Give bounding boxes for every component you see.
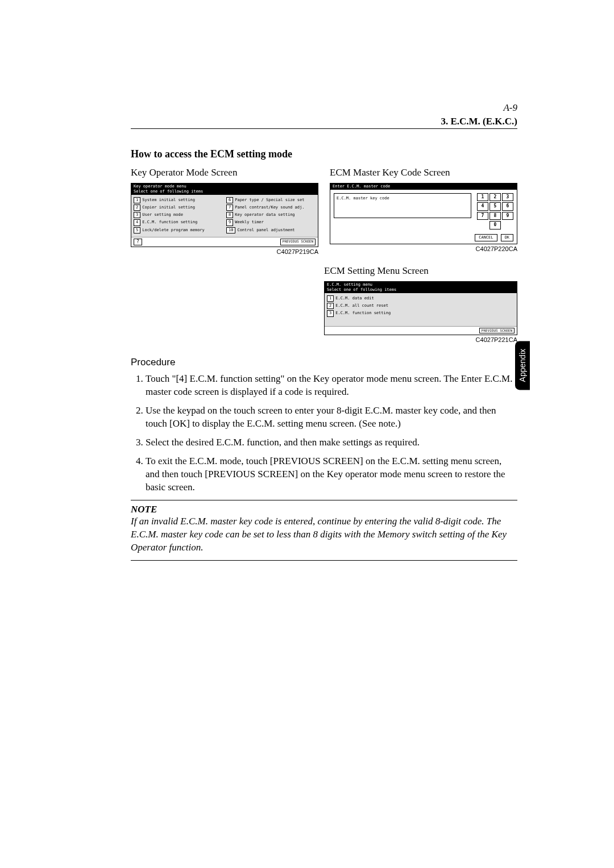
menu-num[interactable]: 2 [134,205,140,211]
menu-text: Lock/delete program memory [142,228,205,233]
key-3[interactable]: 3 [502,193,513,201]
key-operator-label: Key Operator Mode Screen [131,167,318,178]
key-6[interactable]: 6 [502,202,513,210]
cancel-button[interactable]: CANCEL [475,234,497,241]
key-operator-screen: Key operator mode menu Select one of fol… [131,183,318,247]
menu-num[interactable]: 4 [134,219,140,226]
master-key-label: ECM Master Key Code Screen [330,167,517,178]
divider [131,560,517,561]
menu-text: System initial setting [142,198,195,203]
page-heading: How to access the ECM setting mode [131,148,517,160]
menu-text: E.C.M. function setting [335,311,391,316]
menu-text: Panel contrast/Key sound adj. [235,205,304,210]
master-key-screen: Enter E.C.M. master code E.C.M. master k… [330,183,517,244]
key-4[interactable]: 4 [477,202,488,210]
key-8[interactable]: 8 [489,212,501,220]
menu-num[interactable]: 1 [327,295,334,302]
appendix-tab: Appendix [515,341,530,390]
menu-text: Weekly timer [235,220,264,225]
menu-num[interactable]: 9 [226,219,233,226]
menu-text: Copier initial setting [142,205,195,210]
ecm-menu-header: E.C.M. setting menu Select one of follow… [325,282,517,293]
menu-text: Paper type / Special size set [235,198,304,203]
procedure-heading: Procedure [131,357,517,368]
menu-text: E.C.M. all count reset [335,303,388,308]
key-1[interactable]: 1 [477,193,488,201]
procedure-step: To exit the E.C.M. mode, touch [PREVIOUS… [146,455,517,494]
screen-caption: C4027P220CA [330,245,517,252]
procedure-list: Touch "[4] E.C.M. function setting" on t… [131,373,517,494]
procedure-step: Use the keypad on the touch screen to en… [146,404,517,431]
ecm-menu-label: ECM Setting Menu Screen [324,265,517,277]
key-5[interactable]: 5 [489,202,501,210]
previous-screen-button[interactable]: PREVIOUS SCREEN [479,328,515,333]
menu-text: E.C.M. data edit [335,296,374,301]
note-title: NOTE [131,504,517,515]
section-title: 3. E.C.M. (E.K.C.) [131,116,517,129]
master-key-header: Enter E.C.M. master code [330,183,517,190]
ecm-menu-screen: E.C.M. setting menu Select one of follow… [324,281,517,335]
procedure-step: Touch "[4] E.C.M. function setting" on t… [146,373,517,399]
menu-num[interactable]: 1 [134,197,140,203]
menu-text: E.C.M. function setting [142,220,197,225]
menu-text: User setting mode [142,212,183,218]
previous-screen-button[interactable]: PREVIOUS SCREEN [280,239,316,245]
menu-num[interactable]: 7 [226,205,233,211]
menu-num[interactable]: 3 [327,310,334,316]
divider [131,500,517,500]
menu-num[interactable]: 2 [327,303,334,309]
screen-caption: C4027P219CA [131,248,318,255]
keypad: 1 2 3 4 5 6 7 8 9 0 [477,193,513,229]
page-number: A-9 [131,102,517,114]
key-2[interactable]: 2 [489,193,501,201]
menu-num[interactable]: 10 [226,227,235,233]
ok-button[interactable]: OK [501,234,513,241]
menu-num[interactable]: 3 [134,212,140,218]
key-9[interactable]: 9 [502,212,513,220]
key-operator-header: Key operator mode menu Select one of fol… [131,183,318,195]
help-button[interactable]: ? [134,239,142,245]
menu-num[interactable]: 6 [226,197,233,203]
procedure-step: Select the desired E.C.M. function, and … [146,436,517,449]
menu-text: Control panel adjustment [237,228,294,233]
master-key-field[interactable]: E.C.M. master key code [334,193,471,218]
screen-caption: C4027P221CA [324,336,517,343]
note-body: If an invalid E.C.M. master key code is … [131,515,517,554]
key-7[interactable]: 7 [477,212,488,220]
master-key-field-label: E.C.M. master key code [337,196,389,201]
key-0[interactable]: 0 [489,221,501,229]
menu-num[interactable]: 8 [226,212,233,218]
menu-num[interactable]: 5 [134,227,140,233]
menu-text: Key operator data setting [235,212,294,218]
